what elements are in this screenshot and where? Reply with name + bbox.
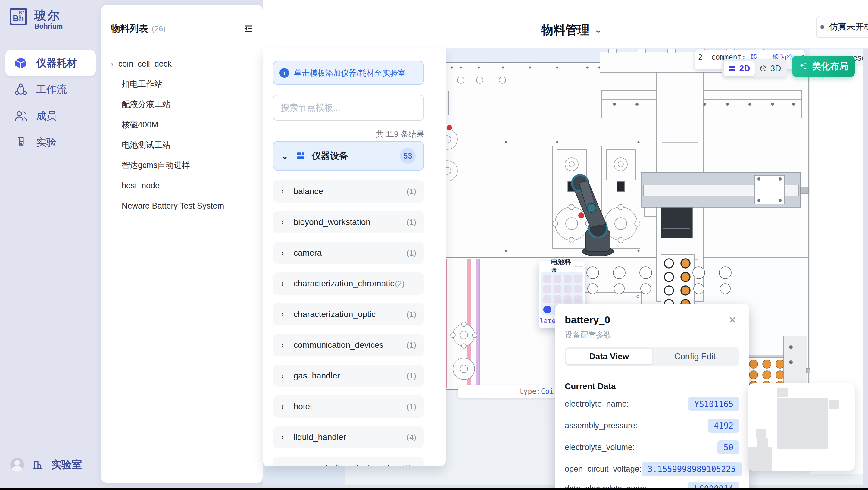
main-header: 物料管理 ⌄ 仿真未开机 ⟳ 开启仿真 下载配置 保存配置 [262,0,868,49]
template-item-label: liquid_handler [293,432,346,442]
page-title[interactable]: 物料管理 ⌄ [541,22,601,38]
page-title-label: 物料管理 [541,22,589,38]
simulation-status-pill[interactable]: 仿真未开机 ⟳ [816,16,868,38]
template-item[interactable]: ›neware_battery_test_system(1) [273,457,424,466]
category-label: 仪器设备 [312,150,348,162]
material-item[interactable]: 电池测试工站 [111,136,264,154]
sidebar-item-workflow[interactable]: 工作流 [5,77,96,103]
dashboard-grid-icon [296,151,305,160]
grid-2d-icon [728,65,736,72]
tray-slot[interactable] [554,275,561,283]
template-item-count: (1) [407,218,416,227]
more-dots-icon[interactable]: ••• [575,264,583,270]
chevron-right-icon: › [282,432,284,442]
sidebar-item-experiments[interactable]: 实验 [5,129,96,155]
comment-prefix: 2 [698,53,702,61]
template-item-label: hotel [293,402,312,411]
template-item[interactable]: ›gas_handler(1) [273,365,424,387]
lab-switcher[interactable]: 实验室 [51,458,82,471]
material-item[interactable]: host_node [111,177,264,195]
logo-number: 107 [19,10,24,14]
toggle-2d-label: 2D [739,64,750,73]
chevron-right-icon: › [111,59,113,69]
tray-slot[interactable] [574,275,582,283]
material-item-label: coin_cell_deck [118,59,172,69]
template-item[interactable]: ›camera(1) [273,242,424,264]
tray-slot[interactable] [564,285,571,293]
material-item[interactable]: 扣电工作站 [111,75,264,93]
template-item-count: (1) [407,341,416,350]
chevron-right-icon: › [282,371,284,381]
tray-slot[interactable] [554,295,561,303]
type-tooltip: type: Coi [458,385,555,398]
battery-popup-title: battery_0 [565,314,610,326]
template-item[interactable]: ›communication_devices(1) [273,334,424,356]
sidebar-item-instruments[interactable]: 仪器耗材 [5,50,96,76]
tab-config-edit[interactable]: Config Edit [652,349,738,364]
toggle-3d[interactable]: 3D [755,61,786,76]
chevron-right-icon: › [282,279,284,289]
template-item[interactable]: ›characterization_chromatic(2) [273,272,424,295]
template-item[interactable]: ›hotel(1) [273,395,424,418]
data-row: electrolyte_name: YS101165 [565,395,739,412]
tray-slot[interactable] [564,295,571,303]
template-hint-text: 单击模板添加仪器/耗材至实验室 [294,68,406,78]
template-item-count: (1) [407,248,416,258]
tray-slot[interactable] [574,295,582,303]
material-list-count: (26) [152,24,166,33]
material-item-label: 配液分液工站 [122,99,170,110]
view-mode-toggle: 2D 3D [722,59,787,78]
field-value: 4192 [708,419,739,433]
material-item-label: 扣电工作站 [122,79,162,89]
sparkles-icon [799,62,808,71]
template-item-count: (1) [407,402,416,411]
tab-data-view[interactable]: Data View [566,349,652,364]
tray-slot-selected[interactable] [543,306,551,313]
data-row: open_circuit_voltage: 3.1559998989105225 [565,460,739,477]
toggle-2d[interactable]: 2D [724,61,755,76]
template-item[interactable]: ›characterization_optic(1) [273,303,424,325]
material-item[interactable]: 智达gcms自动进样 [111,156,264,174]
template-item-label: characterization_optic [293,310,376,319]
category-instruments[interactable]: ⌄ 仪器设备 53 [273,141,424,171]
close-icon[interactable]: ✕ [728,315,736,325]
template-item[interactable]: ›balance(1) [273,180,424,203]
sidebar-footer: 实验室 [0,450,101,479]
result-count: 共 119 条结果 [273,129,424,140]
tray-slot[interactable] [554,285,561,293]
material-item[interactable]: 配液分液工站 [111,95,264,113]
tray-slot[interactable] [543,295,551,303]
minimap[interactable] [747,383,855,471]
tray-slot[interactable] [543,275,551,283]
template-item-label: balance [293,186,323,196]
material-item-label: 电池测试工站 [122,140,170,150]
beautify-layout-button[interactable]: 美化布局 [792,56,855,77]
material-item[interactable]: › coin_cell_deck [111,55,253,73]
toggle-3d-label: 3D [770,64,781,73]
chevron-right-icon: › [282,340,284,350]
chevron-right-icon: › [282,186,284,197]
sidebar-item-label: 仪器耗材 [36,56,77,70]
material-item[interactable]: Neware Battery Test System [111,197,264,215]
experiment-icon [14,136,27,149]
template-item-label: gas_handler [293,371,340,381]
tray-slot[interactable] [564,275,571,283]
collapse-panel-icon[interactable] [244,24,253,33]
sidebar-item-members[interactable]: 成员 [5,103,96,129]
search-input[interactable] [273,95,424,120]
field-key: electrolyte_volume: [565,443,635,452]
template-item[interactable]: ›bioyond_workstation(1) [273,211,424,233]
tray-slot[interactable] [543,285,551,293]
template-item[interactable]: ›liquid_handler(4) [273,426,424,449]
material-item-label: host_node [122,181,160,191]
avatar[interactable] [10,458,24,471]
sidebar: 107 Bh 玻尔 Bohrium 仪器耗材 工作流 成员 [0,0,101,490]
field-value: 3.1559998989105225 [642,462,742,476]
material-item-label: 核磁400M [122,119,158,130]
category-count-badge: 53 [400,148,415,164]
chevron-down-icon: ⌄ [594,25,603,35]
status-dot-icon [820,25,824,29]
minimap-block [829,400,839,409]
material-item[interactable]: 核磁400M [111,116,264,134]
tray-slot[interactable] [574,285,582,293]
